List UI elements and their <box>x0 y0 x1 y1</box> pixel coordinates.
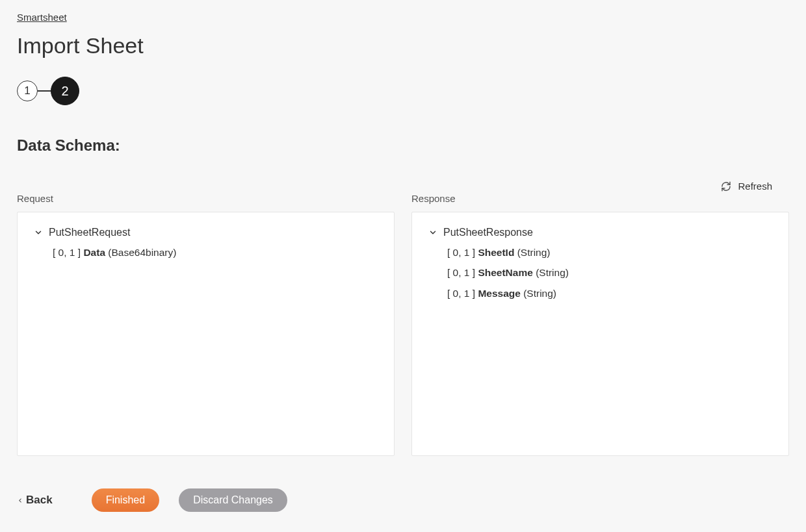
breadcrumb-smartsheet[interactable]: Smartsheet <box>17 12 67 23</box>
chevron-left-icon <box>17 497 23 503</box>
request-root-label: PutSheetRequest <box>49 227 130 238</box>
response-field-sheetid[interactable]: [ 0, 1 ] SheetId (String) <box>428 245 773 260</box>
chevron-down-icon <box>428 227 438 238</box>
finished-button[interactable]: Finished <box>92 488 159 512</box>
response-panel-label: Response <box>411 193 789 204</box>
page-title: Import Sheet <box>17 33 789 58</box>
response-panel: PutSheetResponse [ 0, 1 ] SheetId (Strin… <box>411 212 789 456</box>
step-connector <box>38 90 51 92</box>
refresh-label: Refresh <box>738 181 772 192</box>
back-button[interactable]: Back <box>17 494 53 507</box>
back-label: Back <box>26 494 53 507</box>
request-panel: PutSheetRequest [ 0, 1 ] Data (Base64bin… <box>17 212 395 456</box>
step-2[interactable]: 2 <box>51 77 79 105</box>
response-root-label: PutSheetResponse <box>443 227 533 238</box>
step-1[interactable]: 1 <box>17 81 38 101</box>
refresh-button[interactable]: Refresh <box>17 181 789 192</box>
request-panel-label: Request <box>17 193 395 204</box>
request-field-data[interactable]: [ 0, 1 ] Data (Base64binary) <box>33 245 378 260</box>
footer-actions: Back Finished Discard Changes <box>17 488 789 512</box>
chevron-down-icon <box>33 227 44 238</box>
response-root-node[interactable]: PutSheetResponse <box>428 227 773 238</box>
refresh-icon <box>721 181 731 192</box>
discard-changes-button[interactable]: Discard Changes <box>179 488 287 512</box>
request-root-node[interactable]: PutSheetRequest <box>33 227 378 238</box>
response-field-message[interactable]: [ 0, 1 ] Message (String) <box>428 286 773 301</box>
section-heading-data-schema: Data Schema: <box>17 136 789 155</box>
response-field-sheetname[interactable]: [ 0, 1 ] SheetName (String) <box>428 265 773 280</box>
stepper: 1 2 <box>17 77 789 105</box>
